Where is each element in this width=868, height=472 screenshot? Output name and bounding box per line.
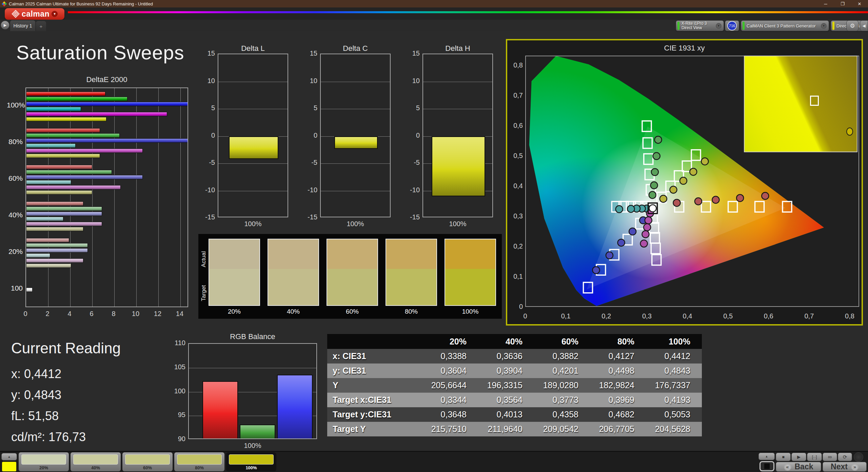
- table-cell: 176,7337: [646, 380, 702, 390]
- swatch-60%: [327, 239, 378, 306]
- deltae-bar: [26, 258, 83, 263]
- green-actual-marker: [653, 153, 660, 160]
- deltae2000-title: DeltaE 2000: [25, 75, 188, 84]
- calman-menu-dropdown-icon[interactable]: ▼: [52, 11, 58, 17]
- table-cell: 0,3564: [478, 395, 534, 405]
- deltae-bar: [26, 206, 102, 211]
- expand-pattern-list-button[interactable]: ▲: [1, 453, 17, 460]
- row-label: Y: [327, 380, 422, 390]
- blue-actual-marker: [629, 228, 636, 235]
- table-cell: 0,3604: [422, 366, 478, 376]
- blue-actual-marker: [606, 252, 613, 259]
- table-row: Target Y215,7510211,9640209,0542206,7705…: [327, 422, 702, 436]
- deltae-bar: [26, 143, 76, 148]
- meter-badge-button[interactable]: 716: [725, 20, 739, 31]
- cie-x-tick: 0,4: [677, 312, 698, 320]
- pattern-thumb-label: 20%: [19, 465, 69, 470]
- y-tick-label: 105: [169, 363, 185, 371]
- deltae-bar: [26, 107, 81, 111]
- delta_h-plot: [422, 54, 493, 217]
- table-cell: 205,6644: [422, 380, 478, 390]
- refresh-button[interactable]: ⟳: [838, 453, 852, 461]
- up-arrow-icon: ▲: [8, 455, 11, 458]
- table-header-cell: 60%: [534, 337, 590, 347]
- row-label: Target Y: [327, 424, 422, 434]
- gear-icon: ⚙: [850, 22, 855, 29]
- group-label: 60%: [7, 174, 23, 182]
- y-tick-label: 0: [403, 132, 420, 139]
- close-button[interactable]: ✕: [851, 0, 868, 7]
- pattern-thumb-80%[interactable]: 80%: [174, 452, 224, 471]
- table-cell: 0,3388: [422, 351, 478, 361]
- deltae-bar: [26, 288, 33, 292]
- y-tick-label: 0: [198, 132, 215, 139]
- red-actual-marker: [712, 196, 719, 203]
- magenta-actual-marker: [642, 231, 649, 238]
- expand-transport-button[interactable]: ▲: [758, 453, 775, 460]
- green-actual-marker: [654, 136, 662, 143]
- tab-nav-button[interactable]: ▶: [1, 21, 9, 29]
- meter-dropdown[interactable]: X-Rite i1Pro 3 Direct View ▼: [676, 20, 724, 31]
- add-tab-button[interactable]: +: [36, 21, 46, 31]
- deltae-bar: [26, 165, 92, 169]
- cie-x-tick: 0,3: [637, 312, 657, 320]
- pattern-thumb-40%[interactable]: 40%: [71, 452, 121, 471]
- table-cell: 0,3636: [478, 351, 534, 361]
- display-status-indicator: [832, 22, 834, 30]
- single-measure-button[interactable]: [··]: [807, 453, 822, 461]
- deltae-bar: [26, 117, 106, 121]
- calman-menu-button[interactable]: calman ▼: [5, 8, 64, 20]
- current-reading-y: y: 0,4843: [11, 388, 61, 402]
- y-tick-label: -15: [403, 213, 420, 221]
- table-row: Target y:CIE310,36480,40130,43580,46820,…: [327, 407, 702, 422]
- minimize-button[interactable]: ─: [817, 0, 834, 7]
- stop-button[interactable]: ■: [776, 453, 791, 461]
- deltae-bar: [26, 243, 88, 248]
- table-header-cell: 40%: [478, 337, 534, 347]
- deltae-bar: [26, 154, 100, 158]
- cie-y-tick: 0,8: [508, 61, 523, 69]
- rgb_balance-bar: [277, 375, 313, 439]
- swatch-label: 100%: [445, 308, 496, 315]
- swatch-label: 80%: [386, 308, 437, 315]
- cie-x-tick: 0,8: [840, 312, 860, 320]
- play-button[interactable]: ▶: [791, 453, 806, 461]
- back-button[interactable]: « Back: [776, 462, 821, 472]
- stop-square-icon: [764, 464, 770, 469]
- cie-y-tick: 0,6: [508, 122, 523, 130]
- current-reading-fl: fL: 51,58: [11, 409, 59, 423]
- settings-button[interactable]: ⚙: [846, 20, 859, 31]
- table-cell: 215,7510: [422, 424, 478, 434]
- pattern-thumb-20%[interactable]: 20%: [19, 452, 69, 471]
- actual-swatch: [268, 239, 318, 269]
- menubar: calman ▼: [0, 7, 868, 20]
- deltae-bar: [26, 180, 71, 184]
- table-cell: 0,4358: [534, 410, 590, 419]
- yellow-actual-marker: [690, 168, 697, 175]
- group-label: 80%: [7, 138, 23, 146]
- category-label: 100%: [320, 220, 391, 228]
- cie-x-tick: 0,5: [718, 312, 738, 320]
- table-cell: 206,7705: [590, 424, 646, 434]
- table-cell: 0,4193: [646, 395, 702, 405]
- stop-toggle-button[interactable]: [760, 461, 774, 471]
- swatch-label: 20%: [209, 308, 260, 315]
- delta_c-plot: [320, 54, 391, 217]
- source-dropdown[interactable]: CalMAN Client 3 Pattern Generator ▼: [741, 20, 829, 31]
- maximize-button[interactable]: ❐: [834, 0, 851, 7]
- row-label: y: CIE31: [327, 366, 422, 376]
- swatch-40%: [268, 239, 319, 306]
- collapse-panel-button[interactable]: ◀: [860, 20, 868, 31]
- cie-zoom-inset: [744, 56, 857, 152]
- pattern-thumb-60%[interactable]: 60%: [122, 452, 173, 471]
- continuous-measure-button[interactable]: ∞: [823, 453, 837, 461]
- next-arrow-icon: »: [851, 463, 859, 471]
- table-cell: 0,3904: [478, 366, 534, 376]
- deltae-bar: [26, 185, 121, 190]
- pattern-thumb-100%[interactable]: 100%: [226, 452, 276, 471]
- table-header-cell: 100%: [646, 337, 702, 347]
- next-button[interactable]: Next »: [823, 462, 867, 472]
- tab-history-1[interactable]: History 1: [10, 20, 35, 31]
- delta-c-chart: Delta C151050-5-10-15100%: [301, 44, 396, 229]
- deltae-bar: [26, 149, 143, 153]
